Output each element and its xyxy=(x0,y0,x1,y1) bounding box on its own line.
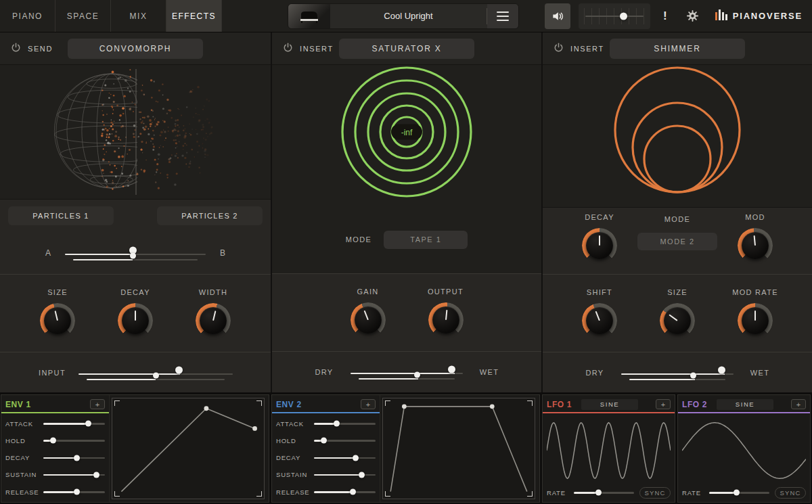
tab-mix[interactable]: MIX xyxy=(111,0,166,32)
env1-title: ENV 1 xyxy=(5,400,31,409)
env1-panel: ENV 1 + ATTACK HOLD DECAY SUSTAIN RELEAS… xyxy=(1,394,269,503)
env1-sustain-label: SUSTAIN xyxy=(5,471,39,478)
convomorph-panel: SEND CONVOMORPH PARTICLES 1 PARTICLES 2 … xyxy=(0,32,271,392)
mode-label: MODE xyxy=(346,235,372,244)
power-icon xyxy=(554,43,564,53)
lfo1-wave-select[interactable]: SINE xyxy=(581,399,638,410)
lfo2-title: LFO 2 xyxy=(682,400,707,409)
shimmer-size-knob[interactable] xyxy=(660,303,695,338)
shimmer-mod-knob[interactable] xyxy=(738,228,773,263)
shimmer-mod-rate-knob[interactable] xyxy=(738,303,773,338)
lfo1-add-button[interactable]: + xyxy=(656,399,671,409)
particle-morph-display xyxy=(0,65,271,199)
env2-sustain-slider[interactable] xyxy=(314,471,376,479)
env1-envelope-graph[interactable] xyxy=(112,398,265,499)
env1-decay-label: DECAY xyxy=(5,454,39,461)
env2-envelope-graph[interactable] xyxy=(382,398,535,499)
lfo1-sync-button[interactable]: SYNC xyxy=(639,487,671,499)
wet-label: WET xyxy=(746,369,774,377)
env2-decay-label: DECAY xyxy=(276,454,310,461)
saturator-mode-select[interactable]: TAPE 1 xyxy=(384,231,468,249)
convomorph-size-knob[interactable] xyxy=(40,303,75,338)
size-knob-label: SIZE xyxy=(47,288,68,296)
gain-knob-label: GAIN xyxy=(357,288,378,296)
master-volume-slider[interactable] xyxy=(579,3,650,29)
dry-label: DRY xyxy=(581,369,609,377)
env1-add-button[interactable]: + xyxy=(90,399,105,409)
lfo1-accent-bar xyxy=(543,412,675,413)
lfo2-wave-select[interactable]: SINE xyxy=(717,399,773,410)
morph-b-label: B xyxy=(218,248,227,258)
decay-knob-label: DECAY xyxy=(120,288,150,296)
lfo2-sync-button[interactable]: SYNC xyxy=(775,487,806,499)
shimmer-decay-knob[interactable] xyxy=(582,228,617,263)
lfo2-accent-bar xyxy=(678,412,810,413)
shimmer-power-button[interactable] xyxy=(554,43,564,55)
env2-title: ENV 2 xyxy=(276,400,302,409)
lfo1-rate-slider[interactable] xyxy=(574,488,634,497)
topbar: PIANO SPACE MIX EFFECTS Cool Upright ! P… xyxy=(0,0,812,32)
morph-a-label: A xyxy=(43,248,53,258)
lfo2-waveform-display xyxy=(682,417,806,484)
shimmer-panel: INSERT SHIMMER DECAY MODE MODE 2 MOD xyxy=(541,32,812,392)
main-tabs: PIANO SPACE MIX EFFECTS xyxy=(0,0,222,32)
tab-piano[interactable]: PIANO xyxy=(0,0,55,32)
lfo1-panel: LFO 1 SINE + RATE SYNC xyxy=(542,394,675,503)
shimmer-mode-select[interactable]: MODE 2 xyxy=(637,233,717,250)
convomorph-knob-section: SIZE DECAY WIDTH xyxy=(0,274,271,352)
volume-thumb[interactable] xyxy=(585,12,644,20)
speaker-icon[interactable] xyxy=(545,3,570,29)
env2-attack-label: ATTACK xyxy=(276,420,310,428)
lfo2-add-button[interactable]: + xyxy=(791,399,806,409)
lfo2-rate-slider[interactable] xyxy=(709,488,769,497)
env2-release-slider[interactable] xyxy=(314,488,376,496)
env1-accent-bar xyxy=(1,412,109,413)
preset-name: Cool Upright xyxy=(330,11,487,21)
input-label: INPUT xyxy=(38,369,66,377)
shimmer-top-controls: DECAY MODE MODE 2 MOD xyxy=(543,207,812,274)
shimmer-slot-label: INSERT xyxy=(570,45,604,53)
env2-decay-slider[interactable] xyxy=(314,454,376,462)
particles-2-button[interactable]: PARTICLES 2 xyxy=(157,206,263,225)
convomorph-power-button[interactable] xyxy=(11,43,21,55)
saturator-output-knob[interactable] xyxy=(428,302,464,338)
shimmer-header: INSERT SHIMMER xyxy=(543,32,812,65)
tab-effects[interactable]: EFFECTS xyxy=(166,0,222,32)
brand-logo: PIANOVERSE xyxy=(715,9,803,23)
saturator-effect-select[interactable]: SATURATOR X xyxy=(339,39,474,59)
wet-label: WET xyxy=(475,368,503,376)
env1-sustain-slider[interactable] xyxy=(43,471,105,479)
power-icon xyxy=(283,43,293,53)
gear-icon[interactable] xyxy=(680,3,706,29)
lfo1-waveform-display xyxy=(547,417,671,484)
lfo1-title: LFO 1 xyxy=(547,400,572,409)
env2-hold-slider[interactable] xyxy=(314,436,376,444)
shimmer-effect-select[interactable]: SHIMMER xyxy=(610,39,745,59)
preset-selector[interactable]: Cool Upright xyxy=(288,3,519,29)
alert-button[interactable]: ! xyxy=(658,9,672,23)
env1-hold-slider[interactable] xyxy=(43,436,105,444)
hamburger-menu-icon[interactable] xyxy=(487,4,518,28)
saturator-gain-knob[interactable] xyxy=(351,302,386,338)
env1-release-slider[interactable] xyxy=(43,488,105,496)
convomorph-input-section: INPUT xyxy=(0,352,271,392)
convomorph-width-knob[interactable] xyxy=(196,303,231,338)
tab-space[interactable]: SPACE xyxy=(55,0,111,32)
env2-attack-slider[interactable] xyxy=(314,419,376,428)
convomorph-decay-knob[interactable] xyxy=(118,303,153,338)
shimmer-knob-section: SHIFT SIZE MOD RATE xyxy=(543,274,812,352)
particles-1-button[interactable]: PARTICLES 1 xyxy=(8,206,114,225)
shimmer-circles xyxy=(543,65,812,207)
env2-add-button[interactable]: + xyxy=(361,399,376,409)
morph-ab-block: A B xyxy=(0,231,271,274)
convomorph-effect-select[interactable]: CONVOMORPH xyxy=(68,39,203,59)
saturator-power-button[interactable] xyxy=(283,43,293,55)
lfo2-rate-label: RATE xyxy=(682,489,704,497)
env2-release-label: RELEASE xyxy=(276,488,310,496)
dry-label: DRY xyxy=(310,368,338,376)
env1-attack-slider[interactable] xyxy=(43,419,105,428)
shimmer-shift-knob[interactable] xyxy=(582,303,617,338)
env1-decay-slider[interactable] xyxy=(43,454,105,462)
saturator-mode-row: MODE TAPE 1 xyxy=(272,206,541,273)
particles-button-row: PARTICLES 1 PARTICLES 2 xyxy=(0,199,271,231)
